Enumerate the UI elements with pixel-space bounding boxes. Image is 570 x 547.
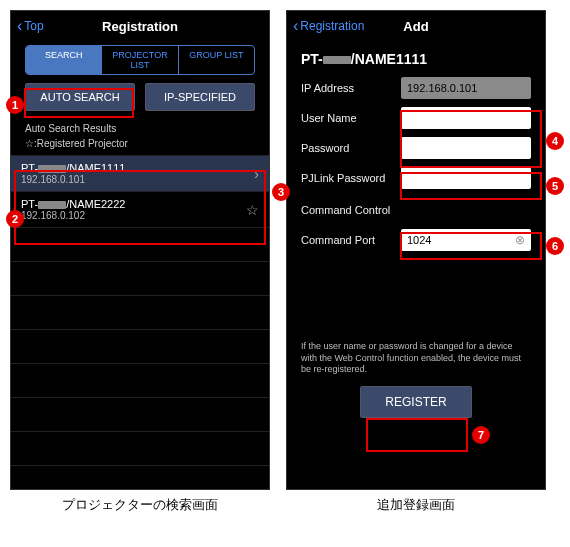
callout-badge: 3	[272, 183, 290, 201]
list-item	[11, 398, 269, 432]
projector-ip: 192.168.0.102	[21, 210, 246, 221]
redacted-icon	[38, 201, 66, 209]
search-screen: ‹ Top Registration SEARCH PROJECTOR LIST…	[10, 10, 270, 490]
list-item[interactable]: PT-/NAME2222 192.168.0.102 ☆	[11, 192, 269, 228]
callout-badge: 6	[546, 237, 564, 255]
username-field[interactable]	[401, 107, 531, 129]
list-item	[11, 262, 269, 296]
segment-group-list[interactable]: GROUP LIST	[179, 46, 254, 74]
projector-ip: 192.168.0.101	[21, 174, 254, 185]
callout-badge: 5	[546, 177, 564, 195]
list-item[interactable]: PT-/NAME1111 192.168.0.101 ›	[11, 156, 269, 192]
callout-badge: 7	[472, 426, 490, 444]
add-screen: ‹ Registration Add PT-/NAME1111 IP Addre…	[286, 10, 546, 490]
back-button[interactable]: ‹ Top	[17, 18, 44, 34]
registered-legend: ☆:Registered Projector	[11, 136, 269, 151]
chevron-right-icon: ›	[254, 166, 259, 182]
page-title: Add	[403, 19, 428, 34]
list-item	[11, 228, 269, 262]
register-button[interactable]: REGISTER	[360, 386, 471, 418]
projector-name: PT-/NAME2222	[21, 198, 246, 210]
callout-badge: 4	[546, 132, 564, 150]
projector-name: PT-/NAME1111	[21, 162, 254, 174]
back-button[interactable]: ‹ Registration	[293, 18, 364, 34]
command-port-field[interactable]: 1024 ⊗	[401, 229, 531, 251]
pjlink-password-field[interactable]	[401, 167, 531, 189]
password-field[interactable]	[401, 137, 531, 159]
username-label: User Name	[301, 112, 401, 124]
callout-badge: 1	[6, 96, 24, 114]
segment-search[interactable]: SEARCH	[26, 46, 102, 74]
nav-bar: ‹ Registration Add	[287, 11, 545, 41]
results-list: PT-/NAME1111 192.168.0.101 › PT-/NAME222…	[11, 155, 269, 466]
ip-address-label: IP Address	[301, 82, 401, 94]
redacted-icon	[323, 56, 351, 64]
chevron-left-icon: ‹	[17, 18, 22, 34]
command-port-label: Command Port	[301, 234, 401, 246]
list-item	[11, 330, 269, 364]
list-item	[11, 432, 269, 466]
callout-badge: 2	[6, 210, 24, 228]
list-item	[11, 296, 269, 330]
info-note: If the user name or password is changed …	[287, 341, 545, 376]
chevron-left-icon: ‹	[293, 18, 298, 34]
figure-caption: プロジェクターの検索画面	[10, 496, 270, 514]
segment-control: SEARCH PROJECTOR LIST GROUP LIST	[25, 45, 255, 75]
pjlink-password-label: PJLink Password	[301, 172, 401, 184]
auto-search-button[interactable]: AUTO SEARCH	[25, 83, 135, 111]
password-label: Password	[301, 142, 401, 154]
star-icon: ☆	[246, 202, 259, 218]
figure-caption: 追加登録画面	[286, 496, 546, 514]
command-control-label: Command Control	[301, 204, 390, 216]
ip-address-field: 192.168.0.101	[401, 77, 531, 99]
back-label: Top	[24, 19, 43, 33]
nav-bar: ‹ Top Registration	[11, 11, 269, 41]
results-heading: Auto Search Results	[11, 121, 269, 136]
projector-heading: PT-/NAME1111	[301, 51, 531, 67]
redacted-icon	[38, 165, 66, 173]
clear-icon[interactable]: ⊗	[515, 233, 525, 247]
segment-projector-list[interactable]: PROJECTOR LIST	[102, 46, 178, 74]
list-item	[11, 364, 269, 398]
back-label: Registration	[300, 19, 364, 33]
page-title: Registration	[102, 19, 178, 34]
ip-specified-button[interactable]: IP-SPECIFIED	[145, 83, 255, 111]
